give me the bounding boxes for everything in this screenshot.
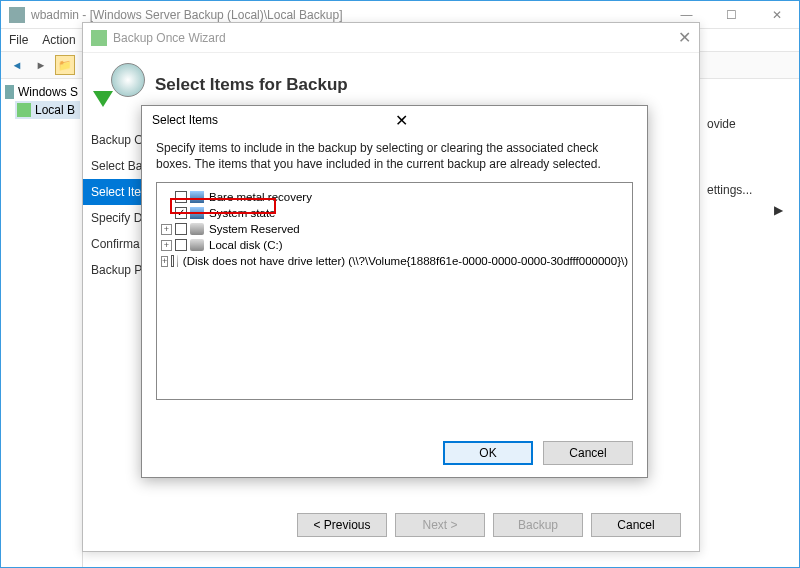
wizard-heading: Select Items for Backup bbox=[155, 75, 348, 95]
checkbox[interactable] bbox=[175, 223, 187, 235]
component-icon bbox=[190, 191, 204, 203]
wizard-titlebar: Backup Once Wizard ✕ bbox=[83, 23, 699, 53]
wizard-title: Backup Once Wizard bbox=[113, 31, 678, 45]
tree-child-label: Local B bbox=[35, 103, 75, 117]
action-hint-2[interactable]: ettings... bbox=[707, 177, 787, 203]
cancel-button[interactable]: Cancel bbox=[591, 513, 681, 537]
item-label: System Reserved bbox=[207, 223, 300, 235]
expand-spacer bbox=[161, 192, 172, 203]
nav-tree: Windows S Local B bbox=[1, 79, 83, 567]
select-items-dialog: Select Items ✕ Specify items to include … bbox=[141, 105, 648, 478]
wizard-close-icon[interactable]: ✕ bbox=[678, 28, 691, 47]
step-1[interactable]: Select Ba bbox=[83, 153, 145, 179]
expand-icon[interactable]: + bbox=[161, 256, 168, 267]
app-icon bbox=[9, 7, 25, 23]
checkbox[interactable] bbox=[175, 191, 187, 203]
component-icon bbox=[190, 207, 204, 219]
wizard-steps: Backup O Select Ba Select Ite Specify D … bbox=[83, 125, 145, 513]
checkbox[interactable] bbox=[175, 207, 187, 219]
expand-icon[interactable]: + bbox=[161, 240, 172, 251]
dialog-titlebar: Select Items ✕ bbox=[142, 106, 647, 134]
tree-item-2[interactable]: +System Reserved bbox=[161, 221, 628, 237]
item-label: Local disk (C:) bbox=[207, 239, 283, 251]
tree-root[interactable]: Windows S bbox=[3, 83, 80, 101]
wizard-icon bbox=[91, 30, 107, 46]
step-5[interactable]: Backup P bbox=[83, 257, 145, 283]
item-label: System state bbox=[207, 207, 275, 219]
tree-child[interactable]: Local B bbox=[15, 101, 80, 119]
up-icon[interactable]: 📁 bbox=[55, 55, 75, 75]
back-icon[interactable]: ◄ bbox=[7, 55, 27, 75]
dialog-title: Select Items bbox=[152, 113, 395, 127]
checkbox[interactable] bbox=[175, 239, 187, 251]
ok-button[interactable]: OK bbox=[443, 441, 533, 465]
next-button[interactable]: Next > bbox=[395, 513, 485, 537]
disk-icon bbox=[190, 239, 204, 251]
tree-item-3[interactable]: +Local disk (C:) bbox=[161, 237, 628, 253]
step-3[interactable]: Specify D bbox=[83, 205, 145, 231]
checkbox[interactable] bbox=[171, 255, 174, 267]
step-2[interactable]: Select Ite bbox=[83, 179, 145, 205]
step-4[interactable]: Confirma bbox=[83, 231, 145, 257]
item-label: Bare metal recovery bbox=[207, 191, 312, 203]
dialog-close-icon[interactable]: ✕ bbox=[395, 111, 638, 130]
expand-icon[interactable]: + bbox=[161, 224, 172, 235]
tree-item-4[interactable]: +(Disk does not have drive letter) (\\?\… bbox=[161, 253, 628, 269]
action-hint-1: ovide bbox=[707, 111, 787, 137]
tree-item-0[interactable]: Bare metal recovery bbox=[161, 189, 628, 205]
maximize-button[interactable]: ☐ bbox=[709, 1, 754, 29]
wizard-button-row: < Previous Next > Backup Cancel bbox=[297, 513, 681, 537]
server-icon bbox=[5, 85, 14, 99]
actions-pane: ovide ettings... ▶ bbox=[707, 111, 787, 217]
backup-button[interactable]: Backup bbox=[493, 513, 583, 537]
dialog-instruction: Specify items to include in the backup b… bbox=[142, 134, 647, 182]
tree-root-label: Windows S bbox=[18, 85, 78, 99]
close-button[interactable]: ✕ bbox=[754, 1, 799, 29]
forward-icon[interactable]: ► bbox=[31, 55, 51, 75]
disk-icon bbox=[177, 255, 178, 267]
window-title: wbadmin - [Windows Server Backup (Local)… bbox=[31, 8, 664, 22]
tree-item-1[interactable]: System state bbox=[161, 205, 628, 221]
item-label: (Disk does not have drive letter) (\\?\V… bbox=[181, 255, 628, 267]
expand-arrow-icon[interactable]: ▶ bbox=[707, 203, 787, 217]
backup-large-icon bbox=[93, 63, 145, 107]
items-tree[interactable]: Bare metal recoverySystem state+System R… bbox=[156, 182, 633, 400]
previous-button[interactable]: < Previous bbox=[297, 513, 387, 537]
menu-action[interactable]: Action bbox=[42, 33, 75, 47]
dialog-button-row: OK Cancel bbox=[443, 441, 633, 465]
menu-file[interactable]: File bbox=[9, 33, 28, 47]
dialog-cancel-button[interactable]: Cancel bbox=[543, 441, 633, 465]
disk-icon bbox=[190, 223, 204, 235]
backup-icon bbox=[17, 103, 31, 117]
step-0[interactable]: Backup O bbox=[83, 127, 145, 153]
expand-spacer bbox=[161, 208, 172, 219]
